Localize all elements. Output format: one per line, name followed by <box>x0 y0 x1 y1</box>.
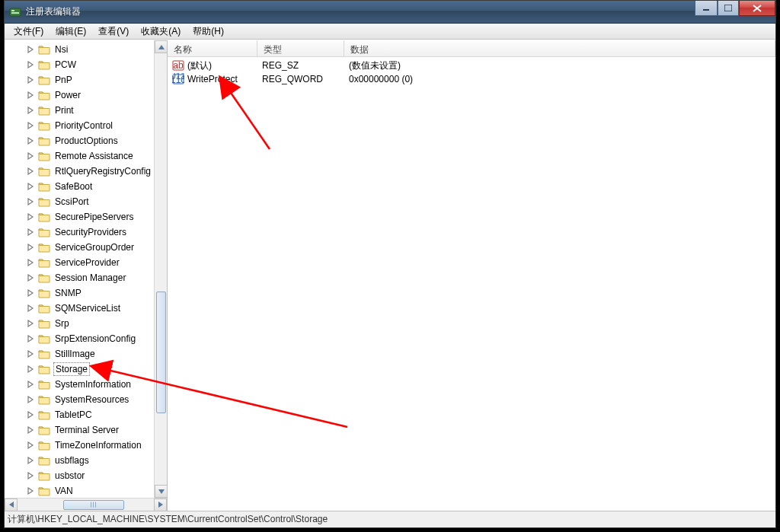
disclosure-icon[interactable] <box>26 212 35 221</box>
folder-icon <box>38 394 50 405</box>
disclosure-icon[interactable] <box>26 486 35 495</box>
disclosure-icon[interactable] <box>26 75 35 84</box>
disclosure-icon[interactable] <box>26 425 35 435</box>
tree-item[interactable]: ServiceGroupOrder <box>26 240 167 255</box>
maximize-button[interactable] <box>718 1 739 16</box>
folder-icon <box>38 196 50 207</box>
folder-icon <box>38 318 50 329</box>
tree-item[interactable]: SNMP <box>26 285 167 301</box>
tree-label: ScsiPort <box>53 196 91 208</box>
tree-item[interactable]: TabletPC <box>26 407 167 422</box>
titlebar[interactable]: 注册表编辑器 <box>5 1 775 24</box>
close-button[interactable] <box>739 1 775 16</box>
scroll-down-button[interactable] <box>155 485 168 498</box>
scroll-up-button[interactable] <box>155 40 168 53</box>
key-tree-pane[interactable]: NsiPCWPnPPowerPrintPriorityControlProduc… <box>5 40 168 511</box>
tree-item[interactable]: Session Manager <box>26 270 167 285</box>
menu-view[interactable]: 查看(V) <box>92 24 135 40</box>
disclosure-icon[interactable] <box>26 365 35 374</box>
disclosure-icon[interactable] <box>26 45 35 54</box>
disclosure-icon[interactable] <box>26 106 35 115</box>
tree-item[interactable]: ScsiPort <box>26 194 167 209</box>
disclosure-icon[interactable] <box>26 334 35 343</box>
tree-horizontal-scrollbar[interactable] <box>5 498 167 511</box>
value-type-icon: 011110 <box>172 73 184 85</box>
tree-item[interactable]: PriorityControl <box>26 118 167 133</box>
value-name: WriteProtect <box>187 74 238 84</box>
svg-rect-3 <box>703 9 709 11</box>
tree-item[interactable]: SQMServiceList <box>26 301 167 316</box>
tree-label: VAN <box>53 485 75 497</box>
tree-item[interactable]: Power <box>26 88 167 103</box>
tree-item[interactable]: Print <box>26 103 167 118</box>
statusbar: 计算机\HKEY_LOCAL_MACHINE\SYSTEM\CurrentCon… <box>5 511 775 527</box>
disclosure-icon[interactable] <box>26 288 35 298</box>
menu-edit[interactable]: 编辑(E) <box>50 24 92 40</box>
tree-item[interactable]: StillImage <box>26 346 167 362</box>
tree-item[interactable]: VAN <box>26 483 167 499</box>
disclosure-icon[interactable] <box>26 91 35 100</box>
value-row[interactable]: ab(默认)REG_SZ(数值未设置) <box>168 59 775 72</box>
tree-item[interactable]: TimeZoneInformation <box>26 438 167 453</box>
disclosure-icon[interactable] <box>26 60 35 69</box>
tree-item[interactable]: SystemResources <box>26 392 167 407</box>
disclosure-icon[interactable] <box>26 136 35 145</box>
tree-item[interactable]: SrpExtensionConfig <box>26 331 167 346</box>
menu-file[interactable]: 文件(F) <box>8 24 50 40</box>
tree-item[interactable]: SafeBoot <box>26 179 167 194</box>
tree-item[interactable]: usbflags <box>26 453 167 468</box>
tree-item[interactable]: PnP <box>26 72 167 88</box>
menubar[interactable]: 文件(F) 编辑(E) 查看(V) 收藏夹(A) 帮助(H) <box>5 24 775 40</box>
tree-item[interactable]: Remote Assistance <box>26 148 167 164</box>
disclosure-icon[interactable] <box>26 228 35 237</box>
folder-icon <box>38 135 50 146</box>
scroll-thumb[interactable] <box>156 291 166 413</box>
tree-item[interactable]: Srp <box>26 316 167 331</box>
column-name[interactable]: 名称 <box>168 40 257 56</box>
value-list-pane[interactable]: 名称 类型 数据 ab(默认)REG_SZ(数值未设置)011110WriteP… <box>168 40 775 511</box>
disclosure-icon[interactable] <box>26 167 35 176</box>
tree-item[interactable]: SecurityProviders <box>26 225 167 240</box>
tree-vertical-scrollbar[interactable] <box>154 40 167 498</box>
tree-item[interactable]: SystemInformation <box>26 377 167 392</box>
menu-help[interactable]: 帮助(H) <box>187 24 230 40</box>
scroll-right-button[interactable] <box>154 499 167 511</box>
disclosure-icon[interactable] <box>26 121 35 130</box>
minimize-button[interactable] <box>695 1 718 16</box>
tree-item[interactable]: ProductOptions <box>26 133 167 148</box>
list-header[interactable]: 名称 类型 数据 <box>168 40 775 57</box>
menu-fav[interactable]: 收藏夹(A) <box>135 24 187 40</box>
tree-item[interactable]: SecurePipeServers <box>26 209 167 225</box>
folder-icon <box>38 486 50 496</box>
disclosure-icon[interactable] <box>26 395 35 404</box>
disclosure-icon[interactable] <box>26 471 35 480</box>
disclosure-icon[interactable] <box>26 273 35 282</box>
tree-item[interactable]: RtlQueryRegistryConfig <box>26 164 167 179</box>
folder-icon <box>38 90 50 100</box>
folder-icon <box>38 212 50 222</box>
disclosure-icon[interactable] <box>26 410 35 419</box>
tree-item[interactable]: PCW <box>26 57 167 72</box>
disclosure-icon[interactable] <box>26 182 35 191</box>
column-data[interactable]: 数据 <box>344 40 775 56</box>
disclosure-icon[interactable] <box>26 456 35 465</box>
tree-label: RtlQueryRegistryConfig <box>53 165 152 177</box>
disclosure-icon[interactable] <box>26 197 35 206</box>
scroll-left-button[interactable] <box>5 499 18 511</box>
tree-item[interactable]: Nsi <box>26 42 167 57</box>
disclosure-icon[interactable] <box>26 151 35 161</box>
tree-item[interactable]: Terminal Server <box>26 422 167 438</box>
scroll-thumb-horizontal[interactable] <box>63 500 124 510</box>
tree-item[interactable]: usbstor <box>26 468 167 483</box>
disclosure-icon[interactable] <box>26 243 35 252</box>
value-row[interactable]: 011110WriteProtectREG_QWORD0x00000000 (0… <box>168 72 775 86</box>
column-type[interactable]: 类型 <box>257 40 344 56</box>
disclosure-icon[interactable] <box>26 380 35 389</box>
disclosure-icon[interactable] <box>26 441 35 450</box>
disclosure-icon[interactable] <box>26 319 35 328</box>
disclosure-icon[interactable] <box>26 349 35 358</box>
disclosure-icon[interactable] <box>26 258 35 267</box>
tree-item[interactable]: Storage <box>26 362 167 377</box>
tree-item[interactable]: ServiceProvider <box>26 255 167 270</box>
disclosure-icon[interactable] <box>26 304 35 313</box>
